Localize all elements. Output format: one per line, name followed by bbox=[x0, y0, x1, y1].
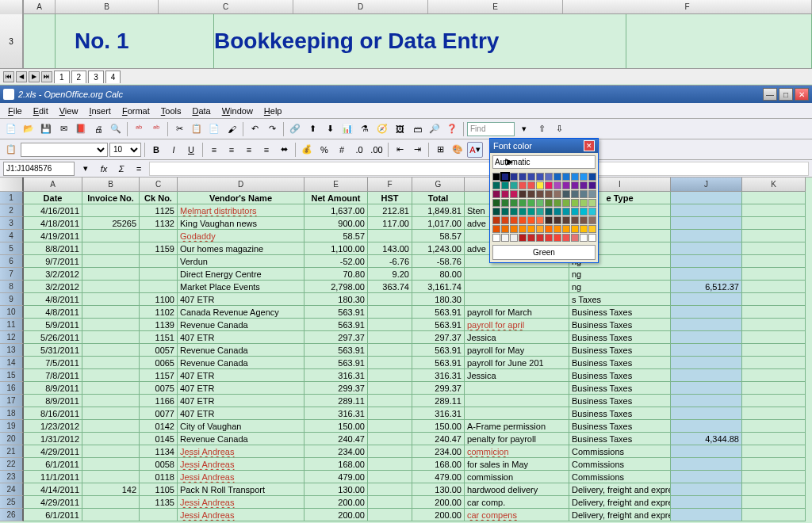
color-swatch[interactable] bbox=[588, 234, 596, 242]
cell-j[interactable] bbox=[671, 268, 742, 281]
row-number[interactable]: 3 bbox=[0, 14, 24, 68]
save-icon[interactable]: 💾 bbox=[38, 121, 54, 137]
tab-nav-next[interactable]: ▶ bbox=[29, 71, 40, 82]
hyperlink-icon[interactable]: 🔗 bbox=[287, 121, 303, 137]
color-swatch[interactable] bbox=[562, 208, 570, 216]
cell-etype[interactable]: Commissions bbox=[569, 458, 671, 471]
cell-k[interactable] bbox=[742, 483, 806, 496]
column-header-K[interactable]: K bbox=[742, 178, 806, 192]
cell-vendor[interactable]: Jessi Andreas bbox=[178, 496, 304, 509]
color-swatch[interactable] bbox=[501, 173, 509, 181]
cell-j[interactable] bbox=[671, 382, 742, 395]
cell-etype[interactable]: Delivery, freight and express bbox=[569, 496, 671, 509]
cell-ckno[interactable] bbox=[140, 255, 178, 268]
cell-net[interactable]: 900.00 bbox=[304, 217, 368, 230]
cell-invoice[interactable] bbox=[82, 331, 140, 344]
cell-total[interactable]: 1,849.81 bbox=[412, 204, 465, 217]
cell-etype[interactable]: s Taxes bbox=[569, 293, 671, 306]
cell-j[interactable] bbox=[671, 204, 742, 217]
cell-total[interactable]: 240.47 bbox=[412, 433, 465, 445]
cell-j[interactable]: 4,344.88 bbox=[671, 433, 742, 445]
cell-com[interactable] bbox=[465, 268, 569, 281]
color-swatch[interactable] bbox=[553, 225, 561, 233]
col-header[interactable]: B bbox=[56, 0, 159, 13]
cell-ckno[interactable]: 1159 bbox=[140, 242, 178, 255]
bold-icon[interactable]: B bbox=[148, 142, 164, 158]
cell-etype[interactable]: Delivery, freight and express bbox=[569, 509, 671, 521]
cell-total[interactable]: 563.91 bbox=[412, 344, 465, 357]
cell-ckno[interactable]: 1166 bbox=[140, 395, 178, 407]
color-swatch[interactable] bbox=[501, 225, 509, 233]
cellref-dropdown-icon[interactable]: ▾ bbox=[78, 161, 94, 177]
cell-k[interactable] bbox=[742, 268, 806, 281]
menu-insert[interactable]: Insert bbox=[84, 105, 116, 117]
cell-date[interactable]: 1/31/2012 bbox=[24, 433, 82, 445]
justify-icon[interactable]: ≡ bbox=[259, 142, 274, 158]
cell-j[interactable] bbox=[671, 331, 742, 344]
cell-k[interactable] bbox=[742, 217, 806, 230]
popup-title-bar[interactable]: Font color ✕ bbox=[490, 139, 598, 153]
color-swatch[interactable] bbox=[492, 208, 500, 216]
cell-total[interactable]: 479.00 bbox=[412, 471, 465, 483]
cell-vendor[interactable]: Market Place Events bbox=[178, 281, 304, 293]
row-number[interactable]: 11 bbox=[0, 319, 24, 331]
cell-invoice[interactable]: 142 bbox=[82, 483, 140, 496]
cell-total[interactable]: 180.30 bbox=[412, 293, 465, 306]
color-swatch[interactable] bbox=[571, 199, 579, 207]
color-swatch[interactable] bbox=[536, 199, 544, 207]
color-swatch[interactable] bbox=[536, 208, 544, 216]
find-next-icon[interactable]: ⇩ bbox=[551, 121, 567, 137]
cell-vendor[interactable]: Jessi Andreas bbox=[178, 458, 304, 471]
color-swatch[interactable] bbox=[588, 199, 596, 207]
cell-date[interactable]: 4/29/2011 bbox=[24, 445, 82, 458]
spreadsheet-grid[interactable]: ABCDEFGHIJK 1DateInvoice No.Ck No.Vendor… bbox=[0, 178, 812, 523]
format-paint-icon[interactable]: 🖌 bbox=[224, 121, 239, 137]
cell-vendor[interactable]: Revenue Canada bbox=[178, 319, 304, 331]
sheet-tab[interactable]: 4 bbox=[105, 71, 121, 83]
sheet-tab[interactable]: 2 bbox=[71, 71, 87, 83]
cell-total[interactable]: 1,243.00 bbox=[412, 242, 465, 255]
cell-vendor[interactable]: Godaddy bbox=[178, 230, 304, 242]
cell-vendor[interactable]: Revenue Canada bbox=[178, 433, 304, 445]
cell-k[interactable] bbox=[742, 357, 806, 369]
cell-k[interactable] bbox=[742, 382, 806, 395]
cell-k[interactable] bbox=[742, 331, 806, 344]
cell-j[interactable] bbox=[671, 483, 742, 496]
color-swatch[interactable] bbox=[580, 234, 588, 242]
cell-ckno[interactable]: 0145 bbox=[140, 433, 178, 445]
cell-ckno[interactable]: 1139 bbox=[140, 319, 178, 331]
cell-invoice[interactable] bbox=[82, 230, 140, 242]
color-swatch[interactable] bbox=[501, 208, 509, 216]
column-header-E[interactable]: E bbox=[304, 178, 368, 192]
cell-k[interactable] bbox=[742, 319, 806, 331]
cell-vendor[interactable]: 407 ETR bbox=[178, 369, 304, 382]
cell-total[interactable]: 130.00 bbox=[412, 483, 465, 496]
cell-vendor[interactable]: King Vaughan news bbox=[178, 217, 304, 230]
color-swatch[interactable] bbox=[545, 173, 553, 181]
cell-invoice[interactable] bbox=[82, 293, 140, 306]
color-swatch[interactable] bbox=[545, 225, 553, 233]
header-cell[interactable]: HST bbox=[368, 192, 412, 204]
menu-data[interactable]: Data bbox=[187, 105, 215, 117]
color-swatch[interactable] bbox=[536, 173, 544, 181]
cell-com[interactable]: car comp. bbox=[465, 496, 569, 509]
col-header[interactable]: E bbox=[428, 0, 563, 13]
cell-j[interactable] bbox=[671, 344, 742, 357]
cell-j[interactable] bbox=[671, 242, 742, 255]
chart-icon[interactable]: 📊 bbox=[339, 121, 355, 137]
cell-date[interactable]: 7/5/2011 bbox=[24, 357, 82, 369]
cell-date[interactable]: 4/29/2011 bbox=[24, 496, 82, 509]
cell-hst[interactable]: -6.76 bbox=[368, 255, 412, 268]
underline-icon[interactable]: U bbox=[183, 142, 199, 158]
color-swatch[interactable] bbox=[562, 173, 570, 181]
cell-invoice[interactable] bbox=[82, 509, 140, 521]
column-header-F[interactable]: F bbox=[368, 178, 412, 192]
col-header[interactable]: F bbox=[563, 0, 812, 13]
cell-invoice[interactable] bbox=[82, 369, 140, 382]
cell-com[interactable] bbox=[465, 395, 569, 407]
cell-invoice[interactable] bbox=[82, 496, 140, 509]
cell-net[interactable]: 1,637.00 bbox=[304, 204, 368, 217]
color-swatch[interactable] bbox=[510, 181, 518, 189]
cell-vendor[interactable]: Revenue Canada bbox=[178, 344, 304, 357]
color-swatch[interactable] bbox=[580, 225, 588, 233]
